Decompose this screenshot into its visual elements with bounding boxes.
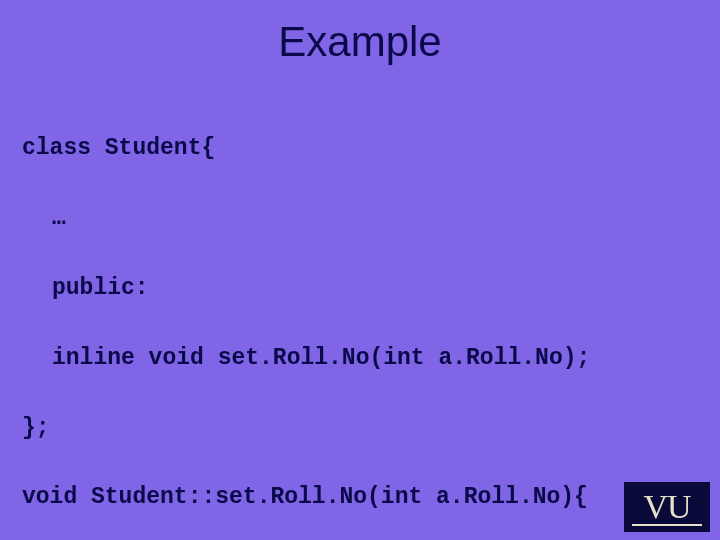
code-line: void Student::set.Roll.No(int a.Roll.No)… bbox=[22, 480, 698, 515]
code-line: public: bbox=[22, 271, 698, 306]
slide-title: Example bbox=[0, 0, 720, 96]
code-line: }; bbox=[22, 411, 698, 446]
code-line: … bbox=[22, 201, 698, 236]
code-line: inline void set.Roll.No(int a.Roll.No); bbox=[22, 341, 698, 376]
vu-logo: VU bbox=[624, 482, 710, 532]
vu-logo-underline bbox=[632, 524, 702, 526]
code-line: class Student{ bbox=[22, 131, 698, 166]
vu-logo-text: VU bbox=[643, 488, 690, 526]
code-block: class Student{ … public: inline void set… bbox=[0, 96, 720, 540]
